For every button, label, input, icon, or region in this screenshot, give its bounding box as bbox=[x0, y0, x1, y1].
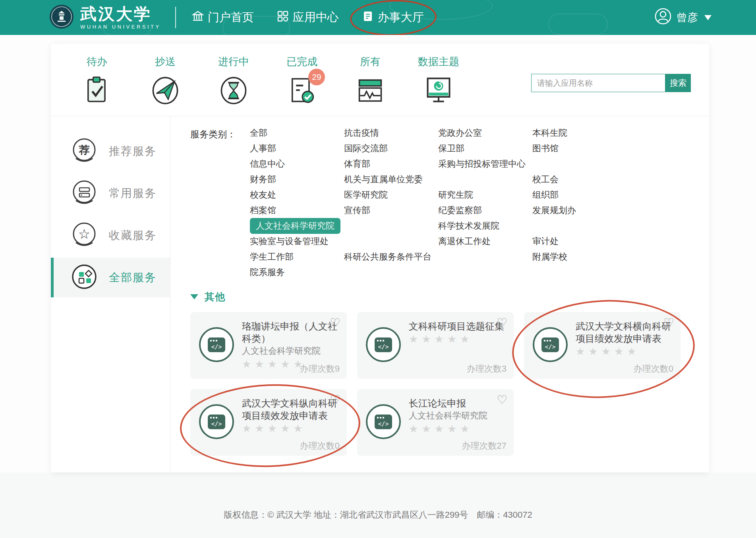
tab-in-progress[interactable]: 进行中 bbox=[199, 55, 268, 105]
nav-item-app-center[interactable]: 应用中心 bbox=[277, 10, 339, 25]
user-name: 曾彦 bbox=[677, 10, 698, 25]
service-usage-count: 办理次数3 bbox=[467, 363, 507, 375]
search-button[interactable]: 搜索 bbox=[665, 74, 691, 92]
category-filter-label: 服务类别： bbox=[190, 125, 250, 280]
sidebar-item-favorites[interactable]: ☆ 收藏服务 bbox=[51, 216, 170, 255]
rating-stars: ★★★★★ bbox=[409, 422, 508, 436]
search-input[interactable] bbox=[531, 74, 665, 92]
copyright-text: 版权信息：© 武汉大学 地址：湖北省武汉市武昌区八一路299号 邮编：43007… bbox=[0, 509, 756, 521]
university-name-zh: 武汉大学 bbox=[80, 5, 161, 23]
tab-cc[interactable]: 抄送 bbox=[131, 55, 199, 105]
chevron-down-icon bbox=[704, 15, 712, 20]
sidebar-item-label: 收藏服务 bbox=[109, 228, 157, 243]
sidebar-item-recommended[interactable]: 荐 推荐服务 bbox=[51, 131, 170, 171]
category-item[interactable]: 全部 bbox=[250, 127, 344, 139]
category-item[interactable]: 医学研究院 bbox=[344, 189, 438, 201]
category-item[interactable]: 研究生院 bbox=[438, 189, 532, 201]
favorite-heart-icon[interactable]: ♡ bbox=[330, 317, 340, 329]
top-navigation: 门户首页 应用中心 办事大厅 bbox=[192, 10, 424, 25]
app-window-icon: </> bbox=[197, 326, 236, 365]
monitor-refresh-icon bbox=[423, 75, 454, 105]
favorite-heart-icon[interactable]: ♡ bbox=[663, 317, 674, 329]
service-card-vertical-research-payment[interactable]: </> 武汉大学文科纵向科研项目绩效发放申请表 ★★★★★ ♡ 办理次数0 bbox=[190, 389, 347, 456]
category-item[interactable]: 图书馆 bbox=[532, 143, 626, 154]
other-section-header[interactable]: 其他 bbox=[190, 290, 709, 303]
category-item[interactable]: 组织部 bbox=[532, 189, 626, 201]
sidebar-item-frequent[interactable]: 常用服务 bbox=[51, 174, 170, 213]
category-item[interactable]: 宣传部 bbox=[344, 204, 438, 216]
nav-item-service-hall[interactable]: 办事大厅 bbox=[362, 10, 424, 25]
hourglass-icon bbox=[218, 75, 249, 105]
category-item[interactable]: 审计处 bbox=[532, 235, 626, 247]
service-card-department: 人文社会科学研究院 bbox=[409, 409, 508, 422]
sidebar-item-label: 常用服务 bbox=[109, 186, 157, 201]
app-window-icon: </> bbox=[531, 326, 569, 365]
category-item[interactable]: 国际交流部 bbox=[344, 143, 438, 154]
sidebar-item-label: 全部服务 bbox=[109, 270, 157, 285]
sidebar-item-all-services[interactable]: 全部服务 bbox=[51, 258, 170, 297]
category-item[interactable]: 机关与直属单位党委 bbox=[344, 174, 438, 185]
user-menu[interactable]: 曾彦 bbox=[654, 8, 712, 28]
category-item[interactable]: 院系服务 bbox=[250, 266, 344, 278]
category-item[interactable]: 人事部 bbox=[250, 143, 344, 154]
tab-data-topics[interactable]: 数据主题 bbox=[404, 55, 473, 105]
category-item[interactable]: 科学技术发展院 bbox=[438, 220, 532, 232]
paper-plane-icon bbox=[150, 75, 180, 105]
category-item[interactable]: 抗击疫情 bbox=[344, 127, 438, 139]
category-item[interactable]: 校友处 bbox=[250, 189, 344, 201]
category-item[interactable]: 纪委监察部 bbox=[438, 204, 532, 216]
university-emblem-icon bbox=[49, 4, 74, 31]
nav-item-portal-home[interactable]: 门户首页 bbox=[192, 10, 254, 25]
category-item[interactable]: 校工会 bbox=[532, 174, 626, 185]
svg-text:</>: </> bbox=[545, 343, 555, 351]
clipboard-check-icon bbox=[82, 75, 112, 105]
hand-grid-icon bbox=[69, 262, 99, 293]
tab-completed[interactable]: 已完成 29 bbox=[268, 55, 336, 105]
university-logo[interactable]: 武汉大学 WUHAN UNIVERSITY bbox=[49, 4, 161, 31]
category-item[interactable]: 保卫部 bbox=[438, 143, 532, 154]
collapse-triangle-icon bbox=[190, 294, 198, 299]
favorite-heart-icon[interactable]: ♡ bbox=[330, 394, 340, 406]
service-card-horizontal-research-payment[interactable]: </> 武汉大学文科横向科研项目绩效发放申请表 ★★★★★ ♡ 办理次数0 bbox=[524, 312, 681, 379]
favorite-heart-icon[interactable]: ♡ bbox=[497, 394, 507, 406]
service-cards-grid: </> 珞珈讲坛申报（人文社科类） 人文社会科学研究院 ★★★★★ ♡ 办理次数… bbox=[190, 312, 709, 456]
main-content-card: 待办 抄送 进行中 bbox=[51, 44, 709, 472]
category-item[interactable]: 本科生院 bbox=[532, 127, 626, 139]
sidebar-item-label: 推荐服务 bbox=[109, 144, 157, 159]
svg-text:</>: </> bbox=[211, 420, 222, 428]
category-item[interactable]: 学生工作部 bbox=[250, 251, 344, 263]
app-window-icon: </> bbox=[364, 326, 402, 365]
category-item[interactable]: 档案馆 bbox=[250, 204, 344, 216]
service-card-yangtze-forum[interactable]: </> 长江论坛申报 人文社会科学研究院 ★★★★★ ♡ 办理次数27 bbox=[357, 389, 514, 456]
category-item[interactable]: 信息中心 bbox=[250, 158, 344, 170]
completed-count-badge: 29 bbox=[308, 69, 325, 85]
hand-list-icon bbox=[69, 177, 99, 209]
category-item[interactable]: 党政办公室 bbox=[438, 127, 532, 139]
service-card-topic-collection[interactable]: </> 文科科研项目选题征集 ★★★★★ ♡ 办理次数3 bbox=[357, 312, 514, 379]
category-item[interactable]: 科研公共服务条件平台 bbox=[344, 251, 438, 263]
hand-recommend-icon: 荐 bbox=[69, 135, 99, 167]
selected-category-chip[interactable]: 人文社会科学研究院 bbox=[250, 218, 340, 234]
category-item-selected[interactable]: 人文社会科学研究院 bbox=[250, 218, 344, 234]
category-filter: 服务类别： 全部 抗击疫情 党政办公室 本科生院 人事部 国际交流部 保卫部 图… bbox=[190, 125, 709, 280]
university-name: 武汉大学 WUHAN UNIVERSITY bbox=[80, 5, 161, 30]
service-card-luojia-forum[interactable]: </> 珞珈讲坛申报（人文社科类） 人文社会科学研究院 ★★★★★ ♡ 办理次数… bbox=[190, 312, 347, 379]
rating-stars: ★★★★★ bbox=[409, 332, 508, 346]
category-item[interactable]: 财务部 bbox=[250, 174, 344, 185]
category-item[interactable]: 离退休工作处 bbox=[438, 235, 532, 247]
category-item[interactable]: 实验室与设备管理处 bbox=[250, 235, 344, 247]
service-card-department: 人文社会科学研究院 bbox=[242, 345, 341, 357]
app-center-icon bbox=[277, 10, 289, 25]
favorite-heart-icon[interactable]: ♡ bbox=[497, 317, 507, 329]
university-name-en: WUHAN UNIVERSITY bbox=[80, 24, 161, 30]
category-item[interactable]: 附属学校 bbox=[532, 251, 626, 263]
service-card-title: 珞珈讲坛申报（人文社科类） bbox=[242, 320, 341, 345]
tab-all[interactable]: 所有 bbox=[336, 55, 404, 105]
tab-todo[interactable]: 待办 bbox=[63, 55, 131, 105]
hand-star-icon: ☆ bbox=[69, 220, 99, 251]
service-sidebar: 荐 推荐服务 常用服务 bbox=[51, 116, 170, 472]
nav-item-label: 门户首页 bbox=[208, 10, 254, 25]
category-item[interactable]: 采购与招投标管理中心 bbox=[438, 158, 532, 170]
category-item[interactable]: 体育部 bbox=[344, 158, 438, 170]
category-item[interactable]: 发展规划办 bbox=[532, 204, 626, 216]
